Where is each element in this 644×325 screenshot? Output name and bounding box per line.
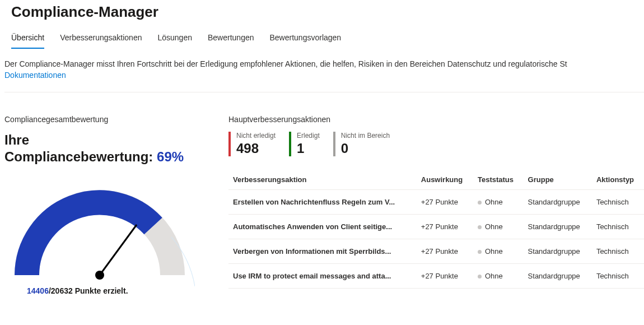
score-title-line2: Compliancebewertung: xyxy=(4,149,153,164)
status-label: Nicht erledigt xyxy=(236,132,276,140)
cell-action: Use IRM to protect email messages and at… xyxy=(228,264,417,289)
cell-impact: +27 Punkte xyxy=(417,239,473,264)
score-points: 14406/20632 Punkte erzielt. xyxy=(27,286,206,295)
tab-0[interactable]: Übersicht xyxy=(11,29,44,49)
status-value: 1 xyxy=(297,141,320,156)
col-group[interactable]: Gruppe xyxy=(524,170,592,190)
cell-action: Automatisches Anwenden von Client seitig… xyxy=(228,215,417,239)
col-action[interactable]: Verbesserungsaktion xyxy=(228,170,417,190)
col-teststatus[interactable]: Teststatus xyxy=(473,170,524,190)
tab-2[interactable]: Lösungen xyxy=(157,29,192,49)
cell-action: Erstellen von Nachrichtenfluss Regeln zu… xyxy=(228,190,417,215)
status-dot-icon xyxy=(478,225,482,229)
tab-bar: ÜbersichtVerbesserungsaktionenLösungenBe… xyxy=(2,29,644,49)
svg-point-1 xyxy=(95,271,104,280)
col-impact[interactable]: Auswirkung xyxy=(417,170,473,190)
intro-paragraph: Der Compliance-Manager misst Ihren Forts… xyxy=(4,59,567,68)
col-type[interactable]: Aktionstyp xyxy=(592,170,644,190)
table-row[interactable]: Automatisches Anwenden von Client seitig… xyxy=(228,215,644,239)
section-divider xyxy=(4,92,644,92)
score-percent: 69% xyxy=(157,149,184,164)
cell-group: Standardgruppe xyxy=(524,215,592,239)
status-card-2: Nicht im Bereich0 xyxy=(333,132,403,156)
tab-3[interactable]: Bewertungen xyxy=(208,29,254,49)
cell-teststatus: Ohne xyxy=(473,190,524,215)
cell-teststatus: Ohne xyxy=(473,264,524,289)
status-dot-icon xyxy=(478,250,482,254)
docs-link[interactable]: Dokumentationen xyxy=(4,69,644,81)
cell-type: Technisch xyxy=(592,190,644,215)
score-title: Ihre Compliancebewertung: 69% xyxy=(4,132,206,165)
cell-group: Standardgruppe xyxy=(524,239,592,264)
svg-line-0 xyxy=(100,225,137,275)
table-row[interactable]: Verbergen von Informationen mit Sperrbil… xyxy=(228,239,644,264)
status-card-0: Nicht erledigt498 xyxy=(228,132,289,156)
status-dot-icon xyxy=(478,201,482,205)
status-card-1: Erledigt1 xyxy=(289,132,333,156)
cell-type: Technisch xyxy=(592,264,644,289)
page-title: Compliance-Manager xyxy=(2,0,644,29)
status-value: 498 xyxy=(236,141,276,156)
table-row[interactable]: Use IRM to protect email messages and at… xyxy=(228,264,644,289)
tab-4[interactable]: Bewertungsvorlagen xyxy=(270,29,342,49)
cell-type: Technisch xyxy=(592,239,644,264)
tab-1[interactable]: Verbesserungsaktionen xyxy=(60,29,142,49)
cell-impact: +27 Punkte xyxy=(417,190,473,215)
status-label: Nicht im Bereich xyxy=(341,132,390,140)
score-gauge xyxy=(4,174,195,286)
cell-group: Standardgruppe xyxy=(524,264,592,289)
improvements-section-label: Hauptverbesserungsaktionen xyxy=(228,115,644,124)
table-row[interactable]: Erstellen von Nachrichtenfluss Regeln zu… xyxy=(228,190,644,215)
cell-impact: +27 Punkte xyxy=(417,215,473,239)
cell-group: Standardgruppe xyxy=(524,190,592,215)
status-value: 0 xyxy=(341,141,390,156)
status-cards: Nicht erledigt498Erledigt1Nicht im Berei… xyxy=(228,132,644,156)
improvements-table: Verbesserungsaktion Auswirkung Teststatu… xyxy=(228,170,644,289)
cell-teststatus: Ohne xyxy=(473,239,524,264)
intro-text: Der Compliance-Manager misst Ihren Forts… xyxy=(2,58,644,81)
score-title-line1: Ihre xyxy=(4,132,29,147)
points-earned: 14406 xyxy=(27,286,49,295)
status-label: Erledigt xyxy=(297,132,320,140)
status-dot-icon xyxy=(478,275,482,278)
points-total: /20632 Punkte erzielt. xyxy=(49,286,128,295)
cell-impact: +27 Punkte xyxy=(417,264,473,289)
cell-action: Verbergen von Informationen mit Sperrbil… xyxy=(228,239,417,264)
score-section-label: Compliancegesamtbewertung xyxy=(4,115,206,124)
cell-teststatus: Ohne xyxy=(473,215,524,239)
cell-type: Technisch xyxy=(592,215,644,239)
